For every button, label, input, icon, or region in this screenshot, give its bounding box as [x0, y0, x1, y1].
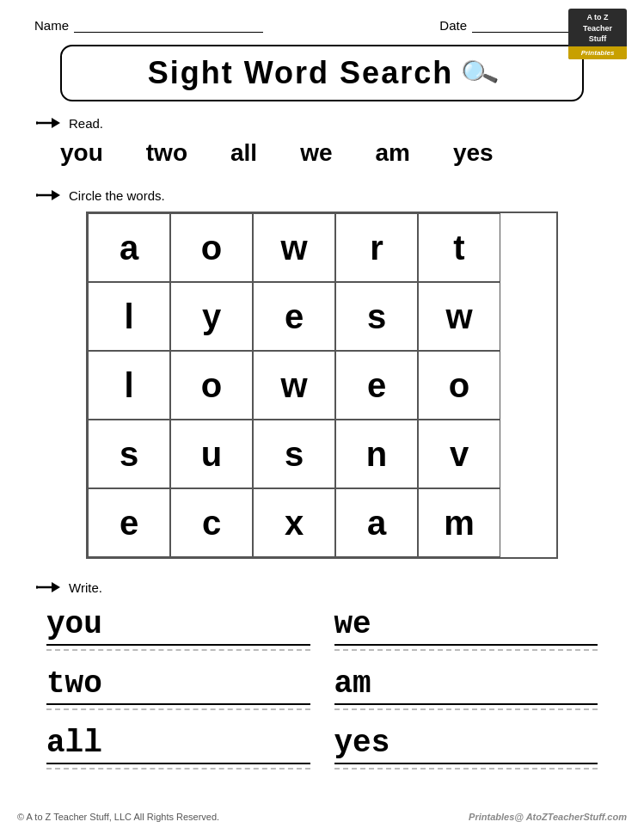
name-label: Name	[34, 18, 69, 33]
grid-cell-0-1: o	[170, 213, 253, 282]
grid-cell-4-3: a	[335, 488, 418, 557]
sight-word-two: two	[146, 139, 187, 167]
dotted-rule	[334, 708, 598, 710]
svg-rect-2	[36, 122, 38, 125]
logo-printables: Printables	[568, 46, 627, 59]
word-search-grid: aowrtlyeswloweosusnvecxam	[86, 212, 558, 559]
sight-word-yes: yes	[453, 139, 494, 167]
svg-rect-8	[36, 586, 38, 589]
grid-row-1: lyesw	[88, 282, 556, 351]
svg-marker-4	[52, 190, 60, 200]
grid-cell-0-2: w	[253, 213, 335, 282]
write-instruction-row: Write.	[34, 580, 610, 595]
write-col-0-0: you	[34, 604, 322, 663]
write-container: youwetwoamallyes	[34, 604, 610, 782]
grid-cell-1-1: y	[170, 282, 253, 351]
write-word-am: am	[334, 666, 598, 705]
write-instruction-text: Write.	[69, 580, 102, 595]
grid-cell-4-2: x	[253, 488, 335, 557]
footer-right: Printables@ AtoZTeacherStuff.com	[469, 812, 627, 822]
grid-cell-1-2: e	[253, 282, 335, 351]
page-title: Sight Word Search	[148, 55, 453, 91]
grid-cell-2-1: o	[170, 351, 253, 420]
write-col-0-1: we	[322, 604, 610, 663]
write-word-yes: yes	[334, 726, 598, 764]
grid-cell-3-3: n	[335, 420, 418, 488]
write-word-you: you	[46, 607, 310, 646]
write-row-2: allyes	[34, 722, 610, 782]
write-col-2-1: yes	[322, 722, 610, 782]
read-instruction-row: Read.	[34, 115, 610, 131]
grid-cell-1-0: l	[88, 282, 170, 351]
write-row-1: twoam	[34, 663, 610, 722]
circle-instruction-row: Circle the words.	[34, 187, 610, 203]
logo-line1: A to Z	[586, 13, 608, 21]
svg-marker-7	[52, 582, 60, 592]
grid-cell-4-4: m	[418, 488, 500, 557]
read-arrow-icon	[34, 115, 62, 131]
write-word-all: all	[46, 726, 310, 764]
write-col-1-1: am	[322, 663, 610, 722]
dotted-rule	[46, 768, 310, 770]
grid-cell-4-0: e	[88, 488, 170, 557]
sight-word-am: am	[376, 139, 410, 167]
grid-cell-2-2: w	[253, 351, 335, 420]
read-instruction-text: Read.	[69, 116, 103, 131]
footer-right-url: @ AtoZTeacherStuff.com	[514, 812, 627, 822]
footer: © A to Z Teacher Stuff, LLC All Rights R…	[17, 812, 627, 822]
grid-cell-3-0: s	[88, 420, 170, 488]
write-col-1-0: two	[34, 663, 322, 722]
date-label: Date	[439, 18, 467, 33]
write-word-two: two	[46, 666, 310, 705]
magnify-icon: 🔍	[457, 52, 501, 94]
name-line	[74, 17, 263, 33]
footer-right-label: Printables	[469, 812, 514, 822]
grid-row-0: aowrt	[88, 213, 556, 282]
circle-arrow-icon	[34, 187, 62, 203]
grid-cell-3-2: s	[253, 420, 335, 488]
grid-cell-2-3: e	[335, 351, 418, 420]
grid-row-2: loweo	[88, 351, 556, 420]
title-container: Sight Word Search 🔍	[60, 45, 584, 101]
grid-cell-2-0: l	[88, 351, 170, 420]
grid-cell-0-4: t	[418, 213, 500, 282]
logo-box: A to Z Teacher Stuff Printables	[568, 9, 627, 59]
grid-row-4: ecxam	[88, 488, 556, 557]
sight-word-you: you	[60, 139, 103, 167]
grid-cell-4-1: c	[170, 488, 253, 557]
write-word-we: we	[334, 607, 598, 646]
sight-word-we: we	[300, 139, 332, 167]
name-field: Name	[34, 17, 263, 33]
dotted-rule	[334, 649, 598, 651]
grid-cell-0-3: r	[335, 213, 418, 282]
dotted-rule	[46, 708, 310, 710]
word-list: youtwoallweamyes	[60, 139, 584, 167]
grid-cell-0-0: a	[88, 213, 170, 282]
header: Name Date	[34, 17, 610, 33]
grid-row-3: susnv	[88, 420, 556, 488]
circle-instruction-text: Circle the words.	[69, 188, 165, 203]
write-arrow-icon	[34, 580, 62, 595]
svg-rect-5	[36, 194, 38, 197]
logo-line3: Stuff	[589, 34, 607, 43]
grid-cell-3-1: u	[170, 420, 253, 488]
grid-cell-2-4: o	[418, 351, 500, 420]
dotted-rule	[334, 768, 598, 770]
footer-left: © A to Z Teacher Stuff, LLC All Rights R…	[17, 812, 219, 822]
svg-marker-1	[52, 118, 60, 128]
dotted-rule	[46, 649, 310, 651]
write-col-2-0: all	[34, 722, 322, 782]
write-row-0: youwe	[34, 604, 610, 663]
grid-cell-3-4: v	[418, 420, 500, 488]
sight-word-all: all	[230, 139, 257, 167]
grid-cell-1-4: w	[418, 282, 500, 351]
logo-line2: Teacher	[583, 24, 612, 33]
grid-cell-1-3: s	[335, 282, 418, 351]
